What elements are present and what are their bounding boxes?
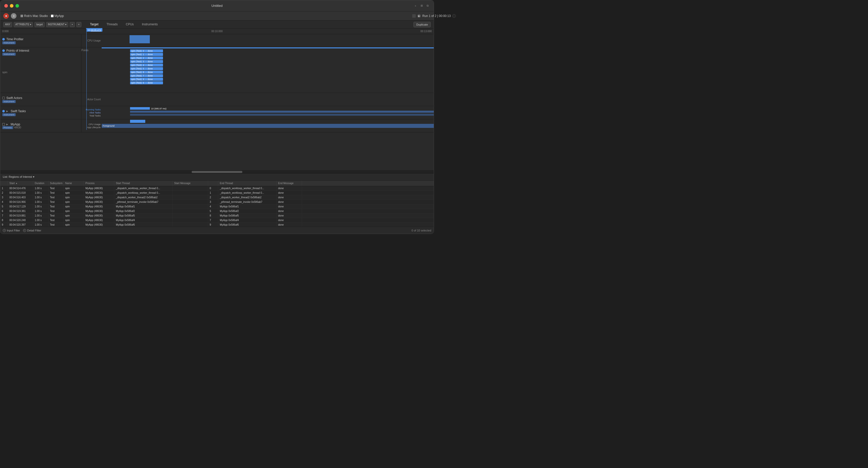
- table-row[interactable]: 3 00:04.516.403 1.00 s Test spin MyApp (…: [0, 195, 434, 200]
- td-start: 00:04.520.397: [8, 223, 33, 227]
- table-row[interactable]: 5 00:04.517.129 1.00 s Test spin MyApp (…: [0, 204, 434, 209]
- alive-tasks-bar: [130, 111, 434, 113]
- sidebar-button[interactable]: ⊞: [420, 4, 424, 8]
- add-button[interactable]: +: [413, 4, 417, 8]
- maximize-button[interactable]: [16, 4, 19, 8]
- scrollbar-thumb[interactable]: [192, 171, 242, 173]
- td-end-msg: done: [277, 191, 302, 195]
- table-row[interactable]: 9 00:04.520.397 1.00 s Test spin MyApp (…: [0, 223, 434, 227]
- input-filter-label: Input Filter: [7, 229, 20, 232]
- track-metric-poi: Points: [82, 47, 102, 93]
- input-filter[interactable]: ⊙ Input Filter: [3, 229, 20, 232]
- th-end-msg[interactable]: End Message: [277, 180, 302, 186]
- track-content-swift-tasks[interactable]: 10 (995.97 ms): [102, 106, 434, 119]
- td-subsystem: Test: [49, 209, 64, 213]
- list-title[interactable]: List: Regions of Interest ▾: [3, 175, 34, 178]
- track-content-swift-actors[interactable]: [102, 93, 434, 106]
- tab-threads[interactable]: Threads: [102, 21, 122, 29]
- pause-button[interactable]: ⏸: [11, 13, 17, 19]
- td-process: MyApp (48630): [84, 213, 114, 218]
- td-start: 00:04.515.018: [8, 191, 33, 195]
- track-checkbox-myapp[interactable]: [2, 123, 5, 126]
- tab-target[interactable]: Target: [86, 21, 102, 29]
- minimize-button[interactable]: [10, 4, 13, 8]
- track-badge-time-profiler: Instrument: [2, 41, 16, 44]
- duplicate-button[interactable]: Duplicate: [413, 22, 431, 27]
- th-end-thread[interactable]: End Thread: [218, 180, 277, 186]
- td-end-num: 1: [208, 191, 218, 195]
- td-name: spin: [64, 209, 84, 213]
- table-row[interactable]: 7 00:04.519.881 1.00 s Test spin MyApp (…: [0, 213, 434, 218]
- td-start-msg: [173, 218, 208, 222]
- tab-cpus[interactable]: CPUs: [122, 21, 138, 29]
- table-body[interactable]: 1 00:04.514.476 1.00 s Test spin MyApp (…: [0, 186, 434, 227]
- track-content-time-profiler[interactable]: [102, 34, 434, 47]
- detail-filter[interactable]: ⊙ Detail Filter: [23, 229, 41, 232]
- track-content-poi[interactable]: spin (Test): 0 → done spin (Test): 1 → d…: [102, 47, 434, 93]
- add-filter[interactable]: +: [76, 22, 82, 27]
- td-start-msg: [173, 204, 208, 209]
- any-filter[interactable]: ANY: [3, 22, 12, 27]
- td-process: MyApp (48630): [84, 191, 114, 195]
- track-content-myapp[interactable]: Foreground: [102, 119, 434, 132]
- close-button[interactable]: [4, 4, 8, 8]
- th-duration[interactable]: Duration: [33, 180, 49, 186]
- th-start[interactable]: Start ▲: [8, 180, 33, 186]
- td-name: spin: [64, 204, 84, 209]
- split-button[interactable]: ⧉: [426, 4, 430, 8]
- track-label-swift-tasks: ▶ Swift Tasks Instrument: [0, 106, 82, 119]
- poi-sublabel: spin: [2, 71, 79, 74]
- poi-marker-7: spin (Test): 7 → done: [130, 74, 163, 77]
- th-process[interactable]: Process: [84, 180, 114, 186]
- td-end-num: 4: [208, 204, 218, 209]
- td-name: spin: [64, 213, 84, 218]
- td-end-thread: MyApp 0x586af1: [218, 204, 277, 209]
- device-icon: [21, 15, 23, 17]
- th-start-thread[interactable]: Start Thread: [114, 180, 173, 186]
- tab-instruments[interactable]: Instruments: [138, 21, 162, 29]
- dot-filter[interactable]: •: [70, 22, 75, 27]
- table-header: Start ▲ Duration Subsystem Name Process …: [0, 180, 434, 186]
- input-filter-icon: ⊙: [3, 229, 6, 232]
- table-row[interactable]: 6 00:04.519.381 1.00 s Test spin MyApp (…: [0, 209, 434, 213]
- table-row[interactable]: 4 00:04.516.966 1.00 s Test spin MyApp (…: [0, 200, 434, 204]
- td-start: 00:04.519.381: [8, 209, 33, 213]
- th-subsystem[interactable]: Subsystem: [49, 180, 64, 186]
- attribute-filter[interactable]: ATTRIBUTE ▾: [14, 22, 33, 27]
- cpu-usage-bar: [129, 35, 150, 43]
- td-idx: 2: [0, 191, 8, 195]
- table-row[interactable]: 8 00:04.520.248 1.00 s Test spin MyApp (…: [0, 218, 434, 223]
- td-start: 00:04.519.881: [8, 213, 33, 218]
- td-subsystem: Test: [49, 223, 64, 227]
- track-poi: Points of Interest Instrument spin Point…: [0, 47, 434, 93]
- table-row[interactable]: 1 00:04.514.476 1.00 s Test spin MyApp (…: [0, 186, 434, 191]
- track-myapp: ▶ MyApp Process 48630 CPU Usage App Life…: [0, 119, 434, 132]
- td-start-msg: [173, 191, 208, 195]
- expand-myapp-icon[interactable]: ▶: [6, 123, 8, 126]
- td-start-thread: MyApp 0x586af2: [114, 209, 173, 213]
- detail-filter-icon: ⊙: [23, 229, 26, 232]
- td-duration: 1.00 s: [33, 223, 49, 227]
- th-start-msg[interactable]: Start Message: [173, 180, 208, 186]
- swift-tasks-name-text: Swift Tasks: [11, 109, 26, 113]
- td-idx: 1: [0, 186, 8, 191]
- instrument-filter[interactable]: INSTRUMENT ▾: [46, 22, 68, 27]
- td-subsystem: Test: [49, 191, 64, 195]
- table-row[interactable]: 2 00:04.515.018 1.00 s Test spin MyApp (…: [0, 191, 434, 195]
- stop-button[interactable]: ■: [3, 13, 9, 19]
- td-end-msg: done: [277, 195, 302, 200]
- timeline-scrollbar[interactable]: [0, 170, 434, 173]
- poi-marker-9: spin (Test): 6 → done: [130, 81, 163, 84]
- th-name[interactable]: Name: [64, 180, 84, 186]
- td-start-thread: _dispatch_worker_thread2 0x586ab2: [114, 195, 173, 200]
- td-end-num: 8: [208, 213, 218, 218]
- running-tasks-label: 10 (995.97 ms): [151, 107, 166, 110]
- time-mid: 00:10.000: [211, 30, 223, 33]
- td-idx: 5: [0, 204, 8, 209]
- td-start-thread: MyApp 0x586af1: [114, 204, 173, 209]
- td-end-num: 0: [208, 186, 218, 191]
- td-start-thread: _dispatch_workloop_worker_thread 0...: [114, 191, 173, 195]
- expand-swift-tasks-icon[interactable]: ▶: [6, 110, 8, 112]
- td-process: MyApp (48630): [84, 186, 114, 191]
- target-filter[interactable]: target: [34, 22, 44, 27]
